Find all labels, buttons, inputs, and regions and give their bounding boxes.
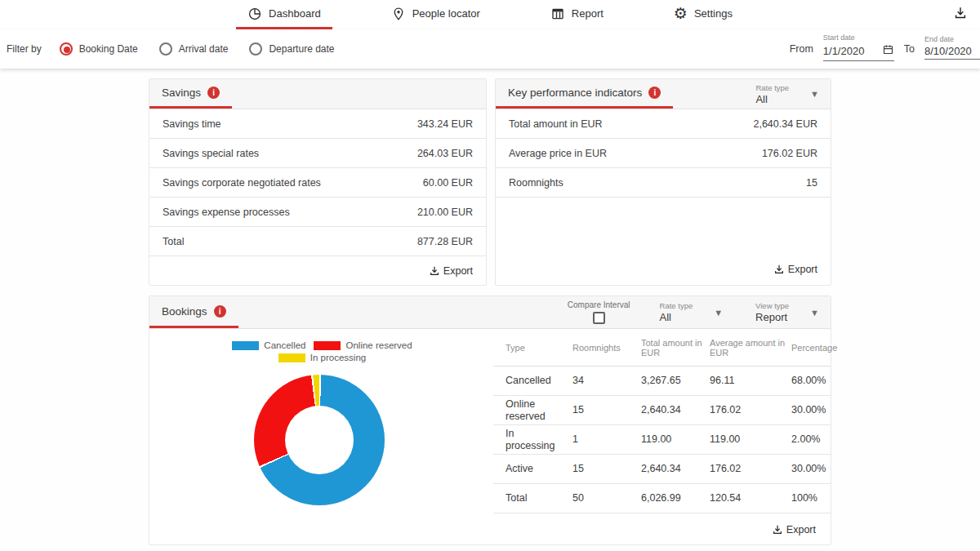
gear-icon: ⚙ xyxy=(674,6,688,21)
tab-settings[interactable]: ⚙ Settings xyxy=(662,0,744,29)
kpi-panel: Key performance indicators i Rate type A… xyxy=(495,78,831,286)
to-label: To xyxy=(904,43,915,55)
info-icon[interactable]: i xyxy=(214,305,226,318)
savings-title-tab: Savings i xyxy=(149,79,232,109)
tab-report[interactable]: Report xyxy=(539,0,615,29)
kpi-header: Key performance indicators i Rate type A… xyxy=(496,79,831,109)
download-icon xyxy=(428,264,441,278)
kpi-row: Average price in EUR 176.02 EUR xyxy=(496,139,831,168)
start-date-input[interactable] xyxy=(823,45,880,57)
savings-row: Savings time 343.24 EUR xyxy=(149,109,486,139)
legend-swatch-red xyxy=(314,341,341,350)
tab-people-locator[interactable]: People locator xyxy=(380,0,492,29)
radio-departure-date[interactable]: Departure date xyxy=(249,42,334,56)
dashboard-app: Dashboard People locator Report ⚙ xyxy=(0,0,980,551)
bookings-body: Cancelled Online reserved In processing xyxy=(149,329,831,546)
savings-export-button[interactable]: Export xyxy=(428,264,473,278)
bookings-view-type-dropdown[interactable]: View type Report ▼ xyxy=(749,301,831,323)
legend-item-in-processing: In processing xyxy=(278,353,366,362)
date-range-group: From Start date To End date xyxy=(790,29,980,69)
compare-interval-control: Compare Interval xyxy=(568,300,630,324)
bookings-table-header: Type Roomnights Total amount in EUR Aver… xyxy=(493,329,831,367)
legend-swatch-blue xyxy=(232,341,259,350)
bookings-export-row: Export xyxy=(493,513,831,546)
savings-total-row: Total 877.28 EUR xyxy=(149,227,486,256)
kpi-export-button[interactable]: Export xyxy=(773,263,817,276)
donut-chart xyxy=(254,375,385,505)
legend-swatch-yellow xyxy=(278,353,305,362)
savings-panel: Savings i Savings time 343.24 EUR Saving… xyxy=(149,78,487,286)
location-pin-icon xyxy=(391,7,406,21)
chart-legend: Cancelled Online reserved In processing xyxy=(149,340,495,362)
table-report-icon xyxy=(550,7,565,21)
from-label: From xyxy=(790,43,813,55)
tab-label: People locator xyxy=(412,7,480,20)
bookings-export-button[interactable]: Export xyxy=(771,523,816,536)
radio-unselected-icon[interactable] xyxy=(159,42,172,56)
bookings-header: Bookings i Compare Interval Rate type Al… xyxy=(149,296,831,329)
table-row-cancelled: Cancelled 34 3,267.65 96.11 68.00% xyxy=(493,367,831,396)
kpi-export-row: Export xyxy=(496,254,831,285)
bookings-title-tab: Bookings i xyxy=(149,296,238,328)
bookings-table: Type Roomnights Total amount in EUR Aver… xyxy=(493,329,831,546)
table-row-in-processing: In processing 1 119.00 119.00 2.00% xyxy=(493,425,831,455)
filter-by-label: Filter by xyxy=(7,43,42,55)
savings-row: Savings special rates 264.03 EUR xyxy=(149,139,486,168)
radio-unselected-icon[interactable] xyxy=(249,42,262,56)
savings-header: Savings i xyxy=(149,79,486,109)
kpi-title-tab: Key performance indicators i xyxy=(496,79,673,109)
compare-interval-checkbox[interactable] xyxy=(593,312,605,324)
start-date-field: Start date xyxy=(823,33,894,64)
info-icon[interactable]: i xyxy=(207,87,220,99)
chevron-down-icon: ▼ xyxy=(714,308,723,318)
download-icon xyxy=(771,523,784,536)
radio-arrival-date[interactable]: Arrival date xyxy=(159,42,229,56)
donut-hole xyxy=(285,406,354,474)
kpi-row: Total amount in EUR 2,640.34 EUR xyxy=(496,109,831,139)
tab-label: Dashboard xyxy=(269,7,321,20)
table-row-total: Total 50 6,026.99 120.54 100% xyxy=(493,484,831,513)
table-row-online-reserved: Online reserved 15 2,640.34 176.02 30.00… xyxy=(493,396,831,425)
tab-label: Settings xyxy=(694,7,733,20)
chevron-down-icon: ▼ xyxy=(810,89,819,99)
legend-item-cancelled: Cancelled xyxy=(232,340,305,350)
radio-booking-date[interactable]: Booking Date xyxy=(60,42,138,56)
legend-item-online-reserved: Online reserved xyxy=(314,340,412,350)
tab-label: Report xyxy=(572,7,604,20)
kpi-rate-type-dropdown[interactable]: Rate type All ▼ xyxy=(749,79,831,109)
tab-dashboard[interactable]: Dashboard xyxy=(236,0,332,29)
savings-row: Savings expense processes 210.00 EUR xyxy=(149,198,486,227)
filter-bar: Filter by Booking Date Arrival date Depa… xyxy=(0,29,980,69)
top-navigation: Dashboard People locator Report ⚙ xyxy=(0,0,980,29)
chevron-down-icon: ▼ xyxy=(810,308,819,318)
savings-row: Savings corporate negotiated rates 60.00… xyxy=(149,168,486,198)
end-date-field: End date xyxy=(924,35,980,63)
end-date-input[interactable] xyxy=(924,45,980,57)
savings-export-row: Export xyxy=(149,256,486,286)
download-icon[interactable] xyxy=(952,5,969,24)
table-row-active: Active 15 2,640.34 176.02 30.00% xyxy=(493,455,831,484)
donut-chart-area: Cancelled Online reserved In processing xyxy=(149,329,493,546)
info-icon[interactable]: i xyxy=(648,87,661,99)
pie-chart-icon xyxy=(247,7,262,21)
download-icon xyxy=(773,263,786,276)
calendar-icon[interactable] xyxy=(882,43,894,59)
kpi-row: Roomnights 15 xyxy=(496,168,831,198)
donut-chart-wrap xyxy=(254,375,385,505)
radio-selected-icon[interactable] xyxy=(60,42,73,56)
bookings-rate-type-dropdown[interactable]: Rate type All ▼ xyxy=(653,301,735,323)
bookings-header-controls: Compare Interval Rate type All ▼ View ty… xyxy=(568,296,831,328)
bookings-panel: Bookings i Compare Interval Rate type Al… xyxy=(149,295,831,545)
